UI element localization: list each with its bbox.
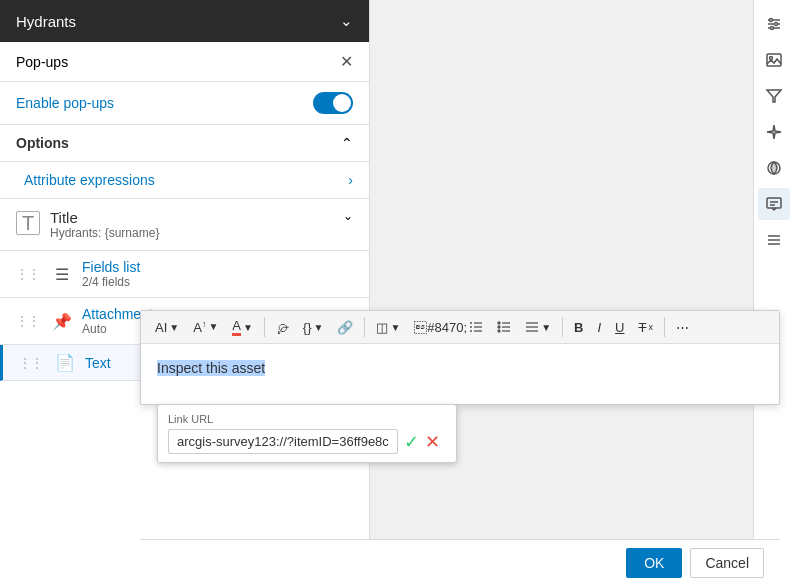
strikethrough-btn[interactable]: T x xyxy=(632,317,658,338)
bold-label: B xyxy=(574,320,583,335)
panel-title: Hydrants xyxy=(16,13,76,30)
editor-toolbar: AI ▼ A↑ ▼ A ▼ ⌮ {} ▼ 🔗 ◫ ▼ #8470; xyxy=(141,311,779,344)
attr-expr-arrow-icon: › xyxy=(348,172,353,188)
popup-icon[interactable] xyxy=(758,188,790,220)
link-input-row: ✓ ✕ xyxy=(168,429,446,454)
title-T-icon: T xyxy=(16,211,40,235)
list-icon[interactable] xyxy=(758,224,790,256)
more-btn[interactable]: ⋯ xyxy=(670,317,695,338)
attribute-expressions-row[interactable]: Attribute expressions › xyxy=(0,162,369,199)
sep-2 xyxy=(364,317,365,337)
svg-point-4 xyxy=(774,23,777,26)
fields-list-title: Fields list xyxy=(82,259,353,275)
underline-label: U xyxy=(615,320,624,335)
text-size-chevron: ▼ xyxy=(169,322,179,333)
sparkle-icon[interactable] xyxy=(758,116,790,148)
code-label: {} xyxy=(303,320,312,335)
attachments-icon: 📌 xyxy=(52,312,72,331)
svg-rect-6 xyxy=(767,54,781,66)
panel-header: Hydrants ⌄ xyxy=(0,0,369,42)
settings-icon[interactable] xyxy=(758,8,790,40)
align-btn[interactable]: ▼ xyxy=(519,317,557,337)
text-icon: 📄 xyxy=(55,353,75,372)
font-color-label: A xyxy=(232,318,241,336)
actions-icon: ⌮ xyxy=(276,320,289,335)
sep-1 xyxy=(264,317,265,337)
title-main-label: Title xyxy=(50,209,159,226)
link-icon: 🔗 xyxy=(337,320,353,335)
code-btn[interactable]: {} ▼ xyxy=(297,317,330,338)
enable-popups-toggle[interactable] xyxy=(313,92,353,114)
title-row: T Title Hydrants: {surname} ⌄ xyxy=(0,199,369,251)
italic-label: I xyxy=(597,320,601,335)
text-size-btn[interactable]: AI ▼ xyxy=(149,317,185,338)
left-panel: Hydrants ⌄ Pop-ups ✕ Enable pop-ups Opti… xyxy=(0,0,370,586)
text-format-btn[interactable]: A↑ ▼ xyxy=(187,316,224,338)
svg-point-5 xyxy=(770,27,773,30)
underline-btn[interactable]: U xyxy=(609,317,630,338)
unordered-list-btn[interactable] xyxy=(491,317,517,337)
align-chevron: ▼ xyxy=(541,322,551,333)
bold-btn[interactable]: B xyxy=(568,317,589,338)
code-chevron: ▼ xyxy=(314,322,324,333)
close-icon[interactable]: ✕ xyxy=(340,52,353,71)
more-icon: ⋯ xyxy=(676,320,689,335)
table-btn[interactable]: ◫ ▼ xyxy=(370,317,406,338)
ordered-list-icon: #8470; xyxy=(414,320,467,335)
svg-point-23 xyxy=(498,326,500,328)
svg-point-24 xyxy=(498,330,500,332)
actions-btn[interactable]: ⌮ xyxy=(270,317,295,338)
options-chevron-icon: ⌃ xyxy=(341,135,353,151)
options-label: Options xyxy=(16,135,69,151)
enable-popups-row: Enable pop-ups xyxy=(0,82,369,125)
table-icon: ◫ xyxy=(376,320,388,335)
svg-point-3 xyxy=(769,19,772,22)
svg-point-22 xyxy=(498,322,500,324)
text-size-label: AI xyxy=(155,320,167,335)
font-color-chevron: ▼ xyxy=(243,322,253,333)
fields-list-item: ⋮⋮ ☰ Fields list 2/4 fields xyxy=(0,251,369,298)
link-cancel-button[interactable]: ✕ xyxy=(425,431,440,453)
link-url-label: Link URL xyxy=(168,413,446,425)
link-confirm-button[interactable]: ✓ xyxy=(404,431,419,453)
attachments-drag-handle[interactable]: ⋮⋮ xyxy=(16,314,40,328)
popups-label: Pop-ups xyxy=(16,54,68,70)
link-url-input[interactable] xyxy=(168,429,398,454)
ok-button[interactable]: OK xyxy=(626,548,682,578)
svg-rect-10 xyxy=(767,198,781,208)
text-drag-handle[interactable]: ⋮⋮ xyxy=(19,356,43,370)
italic-btn[interactable]: I xyxy=(591,317,607,338)
text-format-chevron: ▼ xyxy=(208,321,218,332)
bottom-bar: OK Cancel xyxy=(140,539,780,586)
fields-drag-handle[interactable]: ⋮⋮ xyxy=(16,267,40,281)
highlighted-text: Inspect this asset xyxy=(157,360,265,376)
strikethrough-label: T xyxy=(638,320,646,335)
sep-4 xyxy=(664,317,665,337)
editor-content[interactable]: Inspect this asset Link URL ✓ ✕ xyxy=(141,344,779,404)
cancel-button[interactable]: Cancel xyxy=(690,548,764,578)
style-icon[interactable] xyxy=(758,152,790,184)
ordered-list-btn[interactable]: #8470; xyxy=(408,317,489,338)
title-sub-label: Hydrants: {surname} xyxy=(50,226,159,240)
filter-icon[interactable] xyxy=(758,80,790,112)
options-header[interactable]: Options ⌃ xyxy=(0,125,369,162)
text-format-label: A↑ xyxy=(193,319,206,335)
table-chevron: ▼ xyxy=(390,322,400,333)
right-sidebar xyxy=(753,0,793,586)
svg-marker-8 xyxy=(767,90,781,102)
link-btn[interactable]: 🔗 xyxy=(331,317,359,338)
enable-popups-label: Enable pop-ups xyxy=(16,95,114,111)
fields-list-sub: 2/4 fields xyxy=(82,275,353,289)
sep-3 xyxy=(562,317,563,337)
editor-area: AI ▼ A↑ ▼ A ▼ ⌮ {} ▼ 🔗 ◫ ▼ #8470; xyxy=(140,310,780,405)
popups-section: Pop-ups ✕ xyxy=(0,42,369,82)
attr-expr-label: Attribute expressions xyxy=(24,172,155,188)
fields-list-icon: ☰ xyxy=(52,265,72,284)
header-chevron-icon: ⌄ xyxy=(340,12,353,30)
font-color-btn[interactable]: A ▼ xyxy=(226,315,259,339)
image-icon[interactable] xyxy=(758,44,790,76)
title-chevron-icon: ⌄ xyxy=(343,209,353,223)
link-popup: Link URL ✓ ✕ xyxy=(157,404,457,463)
